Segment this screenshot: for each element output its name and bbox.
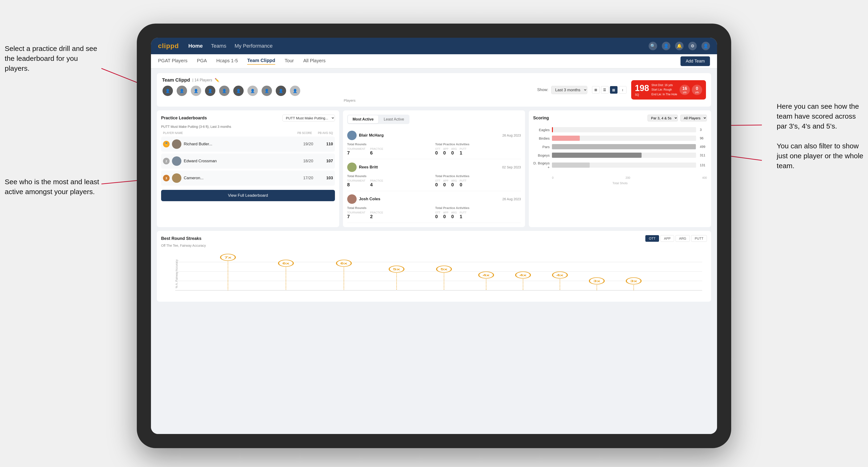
bar-container <box>552 144 696 149</box>
bar-row: D. Bogeys +131 <box>533 161 707 169</box>
leaderboard-row: 3 Cameron... 17/20 103 <box>161 170 335 186</box>
subnav: PGAT Players PGA Hcaps 1-5 Team Clippd T… <box>151 54 717 68</box>
lb-name-1: Richard Butler... <box>184 142 298 147</box>
leaderboard-col-headers: PLAYER NAME PB SCORE PB AVG SQ <box>161 131 335 135</box>
search-icon[interactable]: 🔍 <box>649 42 657 50</box>
streaks-filter-btns: OTT APP ARG PUTT <box>645 235 707 242</box>
streak-filter-ott[interactable]: OTT <box>645 235 659 242</box>
col-score: PB SCORE <box>295 131 314 135</box>
player-avatar-3[interactable]: 👤 <box>190 85 202 96</box>
nav-teams[interactable]: Teams <box>211 43 226 49</box>
pac-header-2: Rees Britt 02 Sep 2023 <box>347 162 521 172</box>
scoring-filters: Par 3, 4 & 5s All Players <box>647 115 707 121</box>
subnav-tour[interactable]: Tour <box>285 58 294 64</box>
streaks-subtitle: Off The Tee, Fairway Accuracy <box>161 244 707 247</box>
practice-val-3: 2 <box>370 214 383 219</box>
avatar-icon[interactable]: 👤 <box>702 42 710 50</box>
bar-row: Birdies96 <box>533 135 707 141</box>
subnav-pgat[interactable]: PGAT Players <box>158 58 187 64</box>
tablet-screen: clippd Home Teams My Performance 🔍 👤 🔔 ⚙… <box>151 38 717 434</box>
subnav-all-players[interactable]: All Players <box>303 58 326 64</box>
shot-yds-label-left: yds <box>683 91 687 94</box>
shot-number: 198 <box>635 83 649 93</box>
bar-label: Pars <box>533 145 550 149</box>
player-avatar-10[interactable]: 👤 <box>289 85 301 96</box>
bar-row: Eagles3 <box>533 127 707 132</box>
tablet-frame: clippd Home Teams My Performance 🔍 👤 🔔 ⚙… <box>137 24 731 448</box>
col-player-name: PLAYER NAME <box>163 131 295 135</box>
lb-score-3: 17/20 <box>300 176 316 181</box>
player-avatar-6[interactable]: 👤 <box>233 85 244 96</box>
pac-date-2: 02 Sep 2023 <box>502 165 521 169</box>
shot-yds-left: 16 <box>682 86 687 91</box>
subnav-team-clippd[interactable]: Team Clippd <box>247 58 275 65</box>
players-filter-select[interactable]: All Players <box>680 115 707 121</box>
svg-text:6x: 6x <box>282 262 289 265</box>
lb-score-1: 19/20 <box>300 142 316 147</box>
shot-dist: Shot Dist: 16 yds <box>651 83 677 88</box>
ann2-line1: See who is the most and least <box>5 177 99 187</box>
nav-items: Home Teams My Performance <box>188 43 639 49</box>
player-avatar-2[interactable]: 👤 <box>176 85 187 96</box>
streak-filter-putt[interactable]: PUTT <box>691 235 707 242</box>
lb-name-3: Cameron... <box>184 176 298 181</box>
add-team-button[interactable]: Add Team <box>680 56 710 66</box>
bar-container <box>552 153 696 158</box>
most-active-tab[interactable]: Most Active <box>348 115 378 123</box>
svg-text:6x: 6x <box>340 262 347 265</box>
drill-select[interactable]: PUTT Must Make Putting... <box>282 115 335 121</box>
pac-header-3: Josh Coles 26 Aug 2023 <box>347 194 521 204</box>
player-avatar-9[interactable]: 👤 <box>275 85 286 96</box>
least-active-tab[interactable]: Least Active <box>379 115 409 123</box>
navbar: clippd Home Teams My Performance 🔍 👤 🔔 ⚙… <box>151 38 717 54</box>
leaderboard-title: Practice Leaderboards <box>161 116 207 121</box>
player-avatar-5[interactable]: 👤 <box>219 85 230 96</box>
show-period-select[interactable]: Last 3 months <box>551 86 587 94</box>
shot-card: 198 SQ Shot Dist: 16 yds Start Lie: Roug… <box>631 80 706 99</box>
bell-icon[interactable]: 🔔 <box>675 42 684 50</box>
total-practice-label-1: Total Practice Activities <box>435 143 521 146</box>
nav-my-performance[interactable]: My Performance <box>235 43 272 49</box>
player-avatar-8[interactable]: 👤 <box>261 85 272 96</box>
streaks-panel: Best Round Streaks OTT APP ARG PUTT Off … <box>157 231 711 302</box>
bar-fill <box>552 135 580 141</box>
view-full-leaderboard-button[interactable]: View Full Leaderboard <box>161 190 335 201</box>
ott-val-1: 0 <box>435 150 440 156</box>
bar-container <box>552 162 696 168</box>
lb-avg-1: 110 <box>319 142 333 147</box>
player-avatar-1[interactable]: 👤 <box>162 85 173 96</box>
col-avg: PB AVG SQ <box>314 131 333 135</box>
app-val-2: 0 <box>443 182 448 187</box>
user-icon[interactable]: 👤 <box>662 42 670 50</box>
par-filter-select[interactable]: Par 3, 4 & 5s <box>647 115 678 121</box>
annotation-2: See who is the most and least active amo… <box>5 177 99 197</box>
card-view-icon[interactable]: ▦ <box>610 86 618 94</box>
total-rounds-label-2: Total Rounds <box>347 174 433 178</box>
main-content: Team Clippd | 14 Players ✏️ 👤 👤 👤 👤 👤 👤 … <box>151 68 717 434</box>
settings-icon[interactable]: ⚙ <box>688 42 697 50</box>
arg-val-1: 0 <box>451 150 457 156</box>
bar-value: 96 <box>700 136 707 140</box>
leaderboard-subtitle: PUTT Must Make Putting (3-6 ft), Last 3 … <box>161 125 335 129</box>
rank-badge-3: 3 <box>163 175 169 181</box>
list-view-icon[interactable]: ☰ <box>601 86 609 94</box>
bar-label: Birdies <box>533 136 550 140</box>
nav-home[interactable]: Home <box>188 43 203 49</box>
streak-filter-arg[interactable]: ARG <box>676 235 690 242</box>
edit-icon[interactable]: ✏️ <box>215 78 219 82</box>
player-avatar-7[interactable]: 👤 <box>247 85 258 96</box>
subnav-hcaps[interactable]: Hcaps 1-5 <box>216 58 238 64</box>
show-label: Show: <box>537 88 548 92</box>
streak-filter-app[interactable]: APP <box>660 235 674 242</box>
players-label: Players <box>162 98 537 102</box>
pac-avatar-1 <box>347 131 356 140</box>
grid-view-icon[interactable]: ⊞ <box>592 86 599 94</box>
subnav-pga[interactable]: PGA <box>197 58 207 64</box>
player-activity-card-3: Josh Coles 26 Aug 2023 Total Rounds Tour… <box>347 191 521 223</box>
sort-icon[interactable]: ↕ <box>619 86 626 94</box>
team-players-row: 👤 👤 👤 👤 👤 👤 👤 👤 👤 👤 <box>162 85 537 96</box>
ann1-line1: Select a practice drill and see <box>5 44 104 54</box>
svg-text:3x: 3x <box>593 280 600 283</box>
putt-val-2: 0 <box>460 182 467 187</box>
player-avatar-4[interactable]: 👤 <box>205 85 216 96</box>
